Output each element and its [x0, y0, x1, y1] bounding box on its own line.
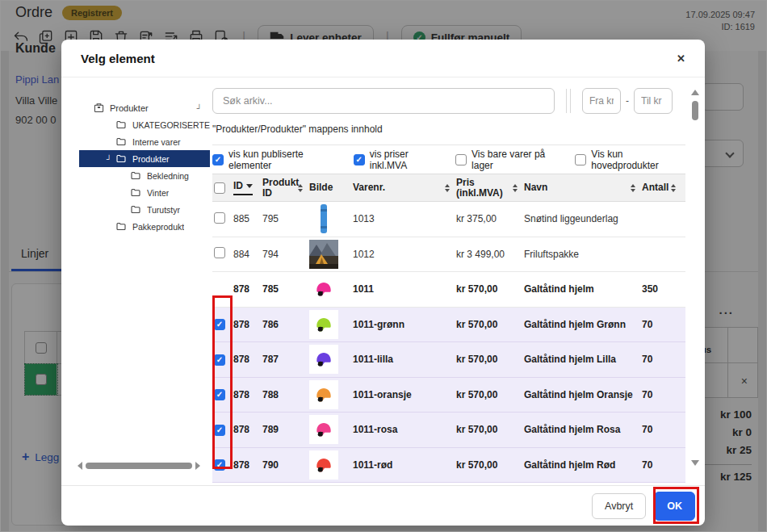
cell-id: 878	[232, 354, 261, 365]
dialog-header: Velg element ✕	[61, 40, 705, 77]
filter-checkbox[interactable]	[212, 154, 224, 165]
row-checkbox[interactable]	[214, 459, 225, 471]
cell-varenr: 1011-rød	[351, 459, 455, 471]
column-header-id[interactable]: ID	[232, 179, 261, 197]
filter-checkbox-item[interactable]: Vis bare varer på lager	[455, 149, 562, 171]
price-to-input[interactable]	[634, 88, 673, 114]
cell-antall: 70	[640, 389, 677, 400]
cell-pris: kr 570,00	[455, 319, 522, 330]
select-element-dialog: Velg element ✕ Produkter ┘ UKATEGORISERT…	[61, 40, 705, 526]
ok-button[interactable]: OK	[654, 492, 695, 521]
filter-checkbox-item[interactable]: vis kun publiserte elementer	[212, 149, 341, 171]
column-header-pris[interactable]: Pris (inkl.MVA)	[455, 176, 522, 200]
table-row[interactable]: 878 790 1011-rød kr 570,00 Galtåtind hje…	[212, 448, 685, 484]
cell-image	[308, 380, 351, 409]
table-row[interactable]: 878 787 1011-lilla kr 570,00 Galtåtind h…	[212, 342, 685, 378]
scrollbar-thumb[interactable]	[86, 463, 192, 469]
cell-antall: 70	[640, 354, 677, 365]
tree-item[interactable]: Interne varer	[79, 133, 212, 150]
row-checkbox-cell	[212, 354, 232, 366]
column-header-navn[interactable]: Navn	[522, 181, 640, 195]
table-row[interactable]: 878 788 1011-oransje kr 570,00 Galtåtind…	[212, 378, 685, 413]
cell-product-id: 789	[261, 424, 308, 435]
row-checkbox[interactable]	[214, 212, 225, 224]
scroll-down-icon[interactable]	[691, 460, 699, 466]
row-checkbox[interactable]	[214, 247, 225, 258]
table-row[interactable]: 884 794 1012 kr 3 499,00 Friluftspakke	[212, 237, 685, 273]
tree-expander-icon[interactable]: ┘	[102, 155, 116, 163]
tree-horizontal-scrollbar[interactable]	[78, 461, 200, 471]
cell-navn: Friluftspakke	[522, 249, 640, 260]
filter-checkbox[interactable]	[455, 154, 467, 165]
camp-photo-image	[309, 240, 338, 269]
cell-pris: kr 570,00	[455, 354, 522, 365]
cell-id: 885	[232, 213, 261, 224]
table-row[interactable]: 878 785 1011 kr 570,00 Galtåtind hjelm 3…	[212, 272, 685, 308]
select-all-checkbox-cell	[212, 181, 232, 195]
cell-product-id: 795	[261, 213, 308, 224]
scrollbar-thumb[interactable]	[692, 101, 698, 120]
close-icon[interactable]: ✕	[677, 52, 685, 65]
filter-checkbox[interactable]	[354, 154, 365, 165]
tree-item-label: Pakkeprodukt	[132, 222, 184, 232]
tree-item[interactable]: Pakkeprodukt	[79, 218, 212, 235]
select-all-checkbox[interactable]	[214, 182, 225, 194]
cell-antall: 70	[640, 424, 677, 435]
products-table: ID Produkt ID Bilde Varenr. Pris (inkl	[212, 174, 685, 483]
row-checkbox-cell	[212, 247, 232, 261]
cell-navn: Snøtind liggeunderlag	[522, 213, 640, 224]
helmet-image	[309, 450, 338, 480]
cell-image	[308, 450, 351, 480]
cell-id: 884	[232, 249, 261, 260]
tree-item[interactable]: UKATEGORISERTE VARER	[79, 116, 212, 133]
dialog-content: - "Produkter/Produkter" mappens innhold …	[212, 78, 685, 485]
row-checkbox[interactable]	[214, 319, 225, 330]
sleeping-pad-image	[309, 204, 338, 233]
table-row[interactable]: 878 786 1011-grønn kr 570,00 Galtåtind h…	[212, 308, 685, 343]
cell-varenr: 1011-grønn	[351, 319, 455, 330]
cell-image	[308, 204, 351, 233]
scroll-right-icon[interactable]	[195, 462, 200, 470]
cell-product-id: 794	[261, 249, 308, 260]
dialog-footer: Avbryt OK	[61, 485, 705, 526]
tree-item[interactable]: Vinter	[79, 184, 212, 201]
tree-item[interactable]: Bekledning	[79, 167, 212, 184]
column-header-product-id[interactable]: Produkt ID	[261, 176, 308, 200]
cancel-button[interactable]: Avbryt	[592, 493, 646, 519]
column-header-varenr[interactable]: Varenr.	[351, 181, 455, 195]
table-row[interactable]: 885 795 1013 kr 375,00 Snøtind liggeunde…	[212, 202, 685, 237]
row-checkbox[interactable]	[214, 389, 225, 400]
tree-item[interactable]: ┘ Produkter	[79, 150, 210, 167]
filter-checkbox[interactable]	[575, 154, 586, 165]
tree-item[interactable]: Turutstyr	[79, 201, 212, 218]
column-header-antall[interactable]: Antall	[640, 181, 677, 195]
cell-antall: 350	[640, 283, 677, 295]
filter-label: Vis bare varer på lager	[472, 149, 562, 171]
cell-antall: 70	[640, 319, 677, 330]
cell-image	[308, 274, 351, 304]
vertical-scrollbar[interactable]	[690, 88, 700, 469]
cell-pris: kr 570,00	[455, 459, 522, 471]
cell-varenr: 1011-lilla	[351, 354, 455, 365]
tree-item-label: Interne varer	[132, 137, 181, 147]
table-row[interactable]: 878 789 1011-rosa kr 570,00 Galtåtind hj…	[212, 413, 685, 448]
filter-checkbox-item[interactable]: Vis kun hovedprodukter	[575, 149, 685, 171]
row-checkbox[interactable]	[214, 425, 225, 436]
tree-expander-icon[interactable]: ┘	[197, 104, 202, 112]
cell-pris: kr 570,00	[455, 424, 522, 435]
folder-icon	[116, 120, 128, 129]
filter-checkbox-item[interactable]: vis priser inkl.MVA	[354, 149, 442, 171]
tree-item[interactable]: Produkter ┘	[79, 99, 212, 116]
folder-icon	[131, 205, 143, 214]
column-header-bilde[interactable]: Bilde	[308, 181, 351, 195]
scroll-up-icon[interactable]	[691, 90, 699, 95]
cell-pris: kr 570,00	[455, 283, 522, 295]
price-from-input[interactable]	[582, 88, 621, 114]
row-checkbox[interactable]	[214, 354, 225, 366]
screen: Ordre Registrert 17.09.2025 09:47 ID: 16…	[0, 0, 767, 532]
cell-pris: kr 570,00	[455, 389, 522, 400]
search-input[interactable]	[212, 88, 555, 114]
scroll-left-icon[interactable]	[78, 462, 82, 470]
helmet-image	[309, 274, 338, 304]
cell-pris: kr 3 499,00	[455, 249, 522, 260]
